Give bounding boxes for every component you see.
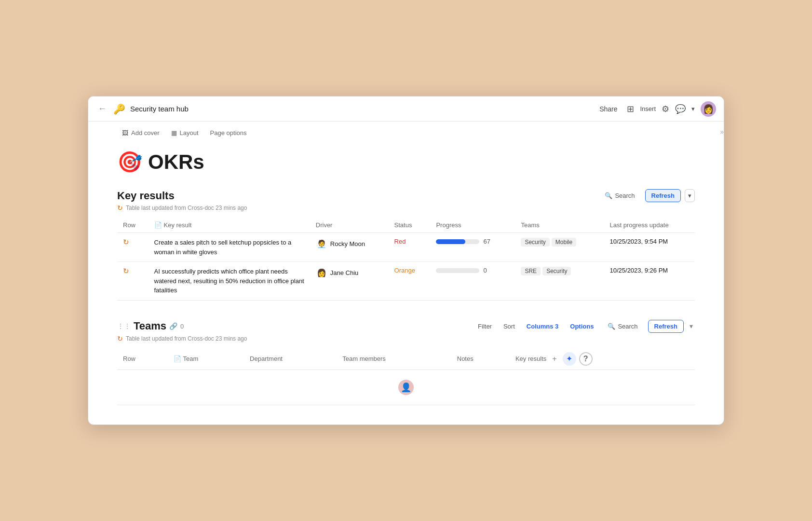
key-results-updated-row: ↻ Table last updated from Cross-doc 23 m… (117, 204, 695, 212)
driver-name: Rocky Moon (330, 240, 365, 247)
back-button[interactable]: ← (96, 102, 108, 116)
progress-number: 0 (483, 267, 487, 274)
insert-icon[interactable]: ⊞ (627, 104, 634, 114)
add-cover-button[interactable]: 🖼 Add cover (117, 127, 164, 138)
page-icon: 🔑 (113, 103, 125, 115)
teams-expand-icon[interactable]: ✦ (563, 352, 576, 366)
col-row: Row (117, 218, 149, 233)
teams-title: Teams (134, 320, 166, 332)
titlebar-left: ← 🔑 Security team hub (96, 102, 595, 116)
key-results-table-header: Row 📄 Key result Driver Status Progress … (117, 218, 695, 233)
teams-columns-button[interactable]: Columns 3 (523, 321, 562, 332)
teams-filter-button[interactable]: Filter (474, 321, 496, 332)
progress-number: 67 (483, 238, 490, 245)
teams-col-notes: Notes (451, 348, 510, 370)
page-controls: 🖼 Add cover ▦ Layout Page options (117, 122, 695, 142)
row-sync-icon: ↻ (123, 267, 129, 275)
key-results-table: Row 📄 Key result Driver Status Progress … (117, 218, 695, 301)
col-teams: Teams (515, 218, 604, 233)
teams-cell: SRESecurity (515, 262, 604, 301)
col-key-result: 📄 Key result (149, 218, 310, 233)
progress-bar-wrap: 67 (436, 238, 509, 245)
last-update-cell: 10/25/2023, 9:54 PM (604, 233, 695, 262)
team-tag[interactable]: Security (542, 267, 571, 275)
teams-table-row-placeholder: 👤 (117, 370, 695, 405)
key-results-actions: 🔍 Search Refresh ▾ (598, 189, 695, 202)
teams-link-icon: 🔗 (169, 322, 177, 330)
share-button[interactable]: Share (595, 103, 621, 115)
teams-col-row: Row (117, 348, 168, 370)
settings-icon[interactable]: ⚙ (662, 104, 669, 114)
titlebar: ← 🔑 Security team hub Share ⊞ Insert ⚙ 💬… (88, 96, 724, 122)
progress-bar-wrap: 0 (436, 267, 509, 274)
last-update-cell: 10/25/2023, 9:26 PM (604, 262, 695, 301)
team-col-icon: 📄 (174, 355, 181, 362)
teams-actions: Filter Sort Columns 3 Options 🔍 Search R… (474, 320, 695, 333)
teams-options-button[interactable]: Options (566, 321, 597, 332)
teams-title-row: ⋮⋮ Teams 🔗 0 (117, 320, 184, 332)
teams-table: Row 📄 Team Department Team members Notes (117, 348, 695, 405)
key-results-header: Key results 🔍 Search Refresh ▾ (117, 189, 695, 202)
teams-col-key-results: Key results + ✦ ? (510, 348, 695, 370)
team-tag[interactable]: SRE (521, 267, 541, 275)
content-area: » » 🖼 Add cover ▦ Layout Page options 🎯 … (88, 122, 724, 425)
teams-section: ⋮⋮ Teams 🔗 0 Filter Sort Columns 3 Optio… (117, 320, 695, 405)
driver-name: Jane Chiu (330, 269, 359, 276)
team-tag[interactable]: Mobile (552, 238, 576, 247)
right-panel-toggle[interactable]: » (720, 127, 724, 136)
status-badge: Red (394, 238, 406, 245)
row-icon-cell: ↻ (117, 233, 149, 262)
avatar[interactable]: 👩 (701, 101, 716, 117)
page-title: Security team hub (130, 105, 189, 113)
chevron-down-icon[interactable]: ▾ (691, 105, 695, 112)
okr-heading: 🎯 OKRs (117, 150, 695, 174)
col-last-update: Last progress update (604, 218, 695, 233)
teams-updated-row: ↻ Table last updated from Cross-doc 23 m… (117, 335, 695, 343)
teams-col-members: Team members (337, 348, 451, 370)
status-badge: Orange (394, 267, 415, 274)
teams-help-icon[interactable]: ? (579, 352, 593, 366)
teams-drag-handle[interactable]: ⋮⋮ (117, 322, 131, 330)
okr-title: OKRs (148, 151, 204, 174)
progress-track (436, 239, 479, 244)
teams-search-button[interactable]: 🔍 Search (601, 320, 644, 333)
teams-col-team: 📄 Team (168, 348, 244, 370)
key-results-updated-text: Table last updated from Cross-doc 23 min… (126, 205, 247, 211)
driver-cell: 🧑‍💼Rocky Moon (310, 233, 389, 262)
key-results-search-button[interactable]: 🔍 Search (598, 189, 641, 202)
teams-refresh-button[interactable]: Refresh (648, 320, 684, 333)
titlebar-right: Share ⊞ Insert ⚙ 💬 ▾ 👩 (595, 101, 716, 117)
progress-cell: 67 (430, 233, 515, 262)
page-options-button[interactable]: Page options (205, 127, 252, 138)
comment-icon[interactable]: 💬 (675, 104, 686, 114)
status-cell: Orange (389, 262, 431, 301)
driver-avatar: 👩 (316, 267, 327, 278)
sync-icon: ↻ (117, 204, 123, 212)
col-progress: Progress (430, 218, 515, 233)
insert-label[interactable]: Insert (640, 105, 656, 112)
key-result-cell: AI successfully predicts which office pl… (149, 262, 310, 301)
teams-search-icon: 🔍 (608, 323, 615, 330)
status-cell: Red (389, 233, 431, 262)
driver-cell: 👩Jane Chiu (310, 262, 389, 301)
row-icon-cell: ↻ (117, 262, 149, 301)
table-row: ↻AI successfully predicts which office p… (117, 262, 695, 301)
team-tag[interactable]: Security (521, 238, 549, 247)
row-sync-icon: ↻ (123, 238, 129, 246)
key-result-cell: Create a sales pitch to sell ketchup pop… (149, 233, 310, 262)
key-results-refresh-button[interactable]: Refresh (645, 189, 681, 202)
key-results-dropdown-button[interactable]: ▾ (685, 189, 695, 202)
teams-cell: SecurityMobile (515, 233, 604, 262)
section-title-wrap: Key results (117, 190, 175, 202)
key-result-col-icon: 📄 (154, 221, 162, 229)
driver-avatar: 🧑‍💼 (316, 238, 327, 249)
col-status: Status (389, 218, 431, 233)
teams-header: ⋮⋮ Teams 🔗 0 Filter Sort Columns 3 Optio… (117, 320, 695, 333)
teams-dropdown-button[interactable]: ▾ (688, 321, 695, 331)
layout-button[interactable]: ▦ Layout (166, 127, 203, 138)
teams-count: 0 (180, 323, 184, 330)
teams-add-column-button[interactable]: + (549, 354, 559, 364)
key-results-title: Key results (117, 190, 175, 202)
teams-sort-button[interactable]: Sort (500, 321, 519, 332)
key-results-section: Key results 🔍 Search Refresh ▾ ↻ Table l… (117, 189, 695, 301)
